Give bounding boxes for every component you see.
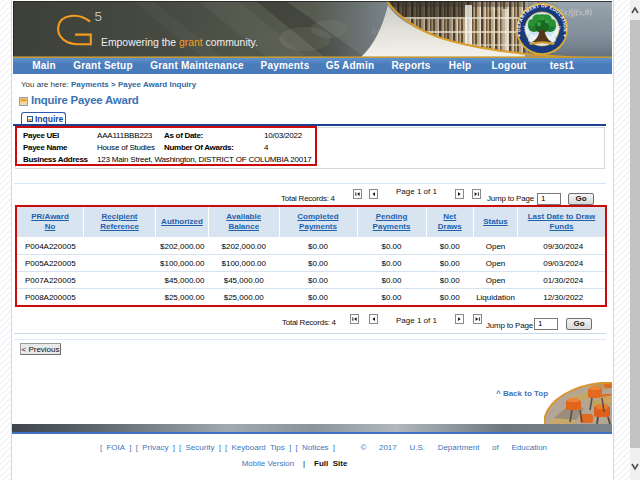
- svg-text:Empowering the grant community: Empowering the grant community.: [101, 37, 258, 48]
- svg-text:5: 5: [95, 9, 103, 24]
- svg-text:M∨: M∨: [370, 25, 389, 37]
- svg-text:∂y/∂x: ∂y/∂x: [489, 5, 505, 13]
